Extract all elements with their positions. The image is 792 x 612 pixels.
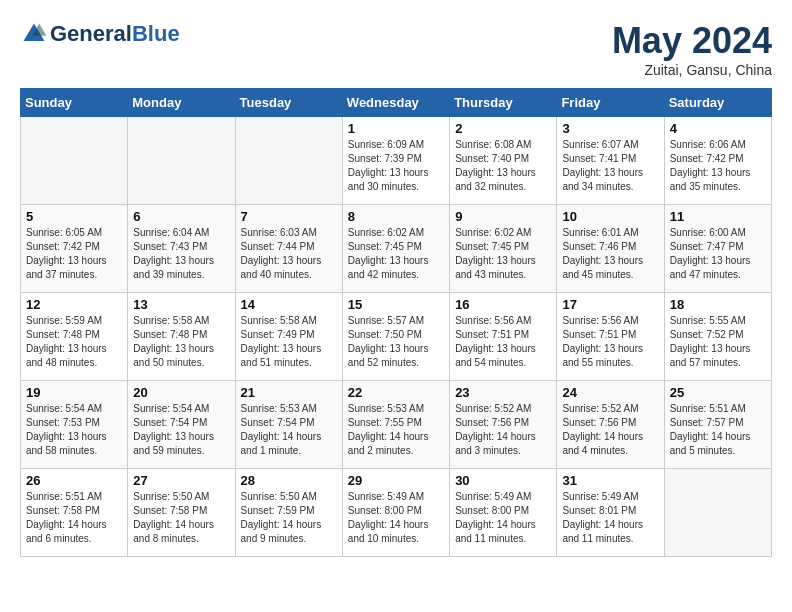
day-number: 12 <box>26 297 122 312</box>
day-number: 16 <box>455 297 551 312</box>
day-info: Sunrise: 6:03 AM Sunset: 7:44 PM Dayligh… <box>241 226 337 282</box>
day-info: Sunrise: 5:56 AM Sunset: 7:51 PM Dayligh… <box>455 314 551 370</box>
calendar-cell <box>21 117 128 205</box>
day-number: 23 <box>455 385 551 400</box>
calendar-cell: 2Sunrise: 6:08 AM Sunset: 7:40 PM Daylig… <box>450 117 557 205</box>
calendar-cell: 16Sunrise: 5:56 AM Sunset: 7:51 PM Dayli… <box>450 293 557 381</box>
day-info: Sunrise: 6:04 AM Sunset: 7:43 PM Dayligh… <box>133 226 229 282</box>
calendar-week-3: 12Sunrise: 5:59 AM Sunset: 7:48 PM Dayli… <box>21 293 772 381</box>
day-info: Sunrise: 5:50 AM Sunset: 7:58 PM Dayligh… <box>133 490 229 546</box>
day-number: 3 <box>562 121 658 136</box>
day-number: 30 <box>455 473 551 488</box>
calendar-week-4: 19Sunrise: 5:54 AM Sunset: 7:53 PM Dayli… <box>21 381 772 469</box>
day-number: 19 <box>26 385 122 400</box>
day-number: 2 <box>455 121 551 136</box>
day-info: Sunrise: 5:53 AM Sunset: 7:55 PM Dayligh… <box>348 402 444 458</box>
calendar-cell: 12Sunrise: 5:59 AM Sunset: 7:48 PM Dayli… <box>21 293 128 381</box>
calendar-cell: 9Sunrise: 6:02 AM Sunset: 7:45 PM Daylig… <box>450 205 557 293</box>
day-number: 4 <box>670 121 766 136</box>
day-info: Sunrise: 5:53 AM Sunset: 7:54 PM Dayligh… <box>241 402 337 458</box>
calendar-cell: 30Sunrise: 5:49 AM Sunset: 8:00 PM Dayli… <box>450 469 557 557</box>
day-number: 17 <box>562 297 658 312</box>
day-info: Sunrise: 5:49 AM Sunset: 8:00 PM Dayligh… <box>455 490 551 546</box>
calendar-cell: 11Sunrise: 6:00 AM Sunset: 7:47 PM Dayli… <box>664 205 771 293</box>
calendar-cell: 20Sunrise: 5:54 AM Sunset: 7:54 PM Dayli… <box>128 381 235 469</box>
day-number: 11 <box>670 209 766 224</box>
logo-general: General <box>50 21 132 47</box>
day-info: Sunrise: 5:49 AM Sunset: 8:01 PM Dayligh… <box>562 490 658 546</box>
day-number: 26 <box>26 473 122 488</box>
calendar-cell: 26Sunrise: 5:51 AM Sunset: 7:58 PM Dayli… <box>21 469 128 557</box>
weekday-header-row: SundayMondayTuesdayWednesdayThursdayFrid… <box>21 89 772 117</box>
calendar-cell: 22Sunrise: 5:53 AM Sunset: 7:55 PM Dayli… <box>342 381 449 469</box>
day-number: 20 <box>133 385 229 400</box>
calendar-cell: 4Sunrise: 6:06 AM Sunset: 7:42 PM Daylig… <box>664 117 771 205</box>
day-number: 14 <box>241 297 337 312</box>
day-number: 1 <box>348 121 444 136</box>
calendar-cell: 17Sunrise: 5:56 AM Sunset: 7:51 PM Dayli… <box>557 293 664 381</box>
calendar-cell: 19Sunrise: 5:54 AM Sunset: 7:53 PM Dayli… <box>21 381 128 469</box>
calendar-cell <box>235 117 342 205</box>
day-info: Sunrise: 5:51 AM Sunset: 7:57 PM Dayligh… <box>670 402 766 458</box>
day-info: Sunrise: 5:56 AM Sunset: 7:51 PM Dayligh… <box>562 314 658 370</box>
calendar-cell: 21Sunrise: 5:53 AM Sunset: 7:54 PM Dayli… <box>235 381 342 469</box>
day-info: Sunrise: 6:02 AM Sunset: 7:45 PM Dayligh… <box>348 226 444 282</box>
calendar-cell: 1Sunrise: 6:09 AM Sunset: 7:39 PM Daylig… <box>342 117 449 205</box>
weekday-header-thursday: Thursday <box>450 89 557 117</box>
month-title: May 2024 <box>612 20 772 62</box>
weekday-header-saturday: Saturday <box>664 89 771 117</box>
header: GeneralBlue May 2024 Zuitai, Gansu, Chin… <box>20 20 772 78</box>
calendar-cell <box>128 117 235 205</box>
weekday-header-tuesday: Tuesday <box>235 89 342 117</box>
calendar-cell: 7Sunrise: 6:03 AM Sunset: 7:44 PM Daylig… <box>235 205 342 293</box>
day-info: Sunrise: 6:05 AM Sunset: 7:42 PM Dayligh… <box>26 226 122 282</box>
calendar-cell: 10Sunrise: 6:01 AM Sunset: 7:46 PM Dayli… <box>557 205 664 293</box>
day-info: Sunrise: 5:50 AM Sunset: 7:59 PM Dayligh… <box>241 490 337 546</box>
calendar-cell: 15Sunrise: 5:57 AM Sunset: 7:50 PM Dayli… <box>342 293 449 381</box>
day-info: Sunrise: 5:54 AM Sunset: 7:53 PM Dayligh… <box>26 402 122 458</box>
title-block: May 2024 Zuitai, Gansu, China <box>612 20 772 78</box>
day-info: Sunrise: 6:07 AM Sunset: 7:41 PM Dayligh… <box>562 138 658 194</box>
weekday-header-friday: Friday <box>557 89 664 117</box>
day-info: Sunrise: 6:06 AM Sunset: 7:42 PM Dayligh… <box>670 138 766 194</box>
calendar-cell: 25Sunrise: 5:51 AM Sunset: 7:57 PM Dayli… <box>664 381 771 469</box>
day-info: Sunrise: 5:57 AM Sunset: 7:50 PM Dayligh… <box>348 314 444 370</box>
calendar-cell: 23Sunrise: 5:52 AM Sunset: 7:56 PM Dayli… <box>450 381 557 469</box>
day-info: Sunrise: 6:01 AM Sunset: 7:46 PM Dayligh… <box>562 226 658 282</box>
day-info: Sunrise: 5:51 AM Sunset: 7:58 PM Dayligh… <box>26 490 122 546</box>
day-number: 9 <box>455 209 551 224</box>
day-info: Sunrise: 5:54 AM Sunset: 7:54 PM Dayligh… <box>133 402 229 458</box>
calendar-table: SundayMondayTuesdayWednesdayThursdayFrid… <box>20 88 772 557</box>
logo-icon <box>20 20 48 48</box>
day-number: 6 <box>133 209 229 224</box>
day-info: Sunrise: 5:52 AM Sunset: 7:56 PM Dayligh… <box>455 402 551 458</box>
day-number: 28 <box>241 473 337 488</box>
day-info: Sunrise: 6:02 AM Sunset: 7:45 PM Dayligh… <box>455 226 551 282</box>
calendar-cell: 27Sunrise: 5:50 AM Sunset: 7:58 PM Dayli… <box>128 469 235 557</box>
day-info: Sunrise: 5:58 AM Sunset: 7:48 PM Dayligh… <box>133 314 229 370</box>
day-info: Sunrise: 5:59 AM Sunset: 7:48 PM Dayligh… <box>26 314 122 370</box>
day-number: 15 <box>348 297 444 312</box>
day-number: 25 <box>670 385 766 400</box>
location: Zuitai, Gansu, China <box>612 62 772 78</box>
day-number: 10 <box>562 209 658 224</box>
day-info: Sunrise: 5:49 AM Sunset: 8:00 PM Dayligh… <box>348 490 444 546</box>
day-info: Sunrise: 5:55 AM Sunset: 7:52 PM Dayligh… <box>670 314 766 370</box>
calendar-cell: 13Sunrise: 5:58 AM Sunset: 7:48 PM Dayli… <box>128 293 235 381</box>
weekday-header-wednesday: Wednesday <box>342 89 449 117</box>
day-number: 22 <box>348 385 444 400</box>
weekday-header-sunday: Sunday <box>21 89 128 117</box>
day-info: Sunrise: 6:00 AM Sunset: 7:47 PM Dayligh… <box>670 226 766 282</box>
calendar-cell: 14Sunrise: 5:58 AM Sunset: 7:49 PM Dayli… <box>235 293 342 381</box>
day-number: 18 <box>670 297 766 312</box>
day-number: 8 <box>348 209 444 224</box>
logo-blue-text: Blue <box>132 21 180 47</box>
calendar-cell <box>664 469 771 557</box>
calendar-week-5: 26Sunrise: 5:51 AM Sunset: 7:58 PM Dayli… <box>21 469 772 557</box>
day-info: Sunrise: 6:08 AM Sunset: 7:40 PM Dayligh… <box>455 138 551 194</box>
calendar-cell: 29Sunrise: 5:49 AM Sunset: 8:00 PM Dayli… <box>342 469 449 557</box>
day-info: Sunrise: 6:09 AM Sunset: 7:39 PM Dayligh… <box>348 138 444 194</box>
calendar-cell: 3Sunrise: 6:07 AM Sunset: 7:41 PM Daylig… <box>557 117 664 205</box>
day-number: 24 <box>562 385 658 400</box>
day-number: 7 <box>241 209 337 224</box>
